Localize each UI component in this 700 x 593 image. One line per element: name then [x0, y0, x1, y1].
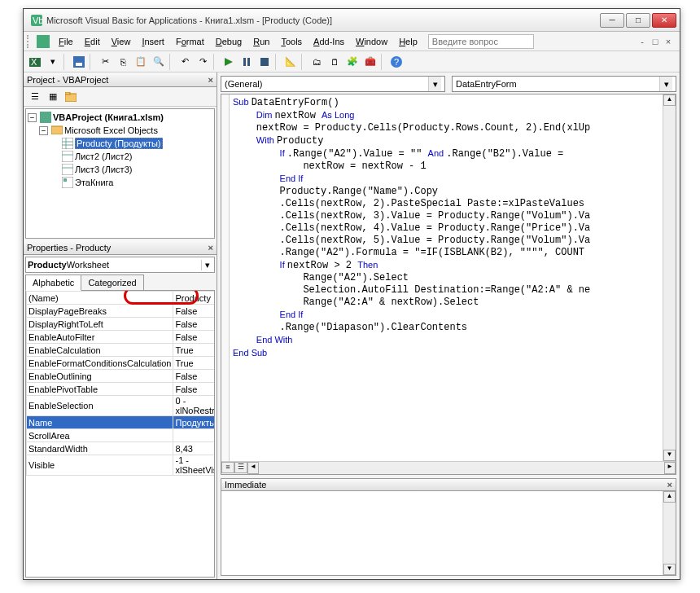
maximize-button[interactable]: □	[626, 13, 650, 28]
properties-grid[interactable]: (Name)ProductyDisplayPageBreaksFalseDisp…	[25, 290, 215, 578]
paste-icon[interactable]: 📋	[133, 54, 149, 70]
tree-folder[interactable]: − Microsoft Excel Objects	[28, 124, 212, 137]
tab-alphabetic[interactable]: Alphabetic	[25, 275, 81, 291]
horizontal-scrollbar[interactable]: ≡ ☰ ◄ ►	[221, 461, 676, 474]
find-icon[interactable]: 🔍	[151, 54, 167, 70]
object-combo[interactable]: (General) ▾	[221, 76, 445, 92]
svg-rect-9	[260, 58, 269, 66]
mdi-minimize-icon[interactable]: -	[636, 37, 649, 46]
property-row[interactable]: (Name)Producty	[27, 292, 216, 305]
workbook-icon	[62, 177, 73, 188]
copy-icon[interactable]: ⎘	[115, 54, 131, 70]
menu-run[interactable]: Run	[247, 34, 275, 49]
full-module-view-icon[interactable]: ☰	[234, 462, 247, 473]
minimize-button[interactable]: ─	[600, 13, 624, 28]
project-pane-close-icon[interactable]: ×	[208, 75, 213, 85]
project-tree[interactable]: − VBAProject (Книга1.xlsm) − Microsoft E…	[25, 108, 215, 239]
svg-rect-14	[40, 112, 51, 123]
dropdown-icon[interactable]: ▾	[201, 260, 212, 270]
grip-icon[interactable]	[27, 35, 32, 48]
object-browser-icon[interactable]: 🧩	[344, 54, 361, 70]
reset-icon[interactable]	[256, 54, 273, 70]
project-explorer-icon[interactable]: 🗂	[308, 54, 325, 70]
property-row[interactable]: EnableFormatConditionsCalculationTrue	[27, 357, 216, 370]
vertical-scrollbar[interactable]: ▲ ▼	[663, 94, 676, 461]
properties-icon[interactable]: 🗒	[326, 54, 343, 70]
tree-item-thisworkbook[interactable]: ЭтаКнига	[28, 176, 212, 189]
property-row[interactable]: EnableSelection0 - xlNoRestrictions	[27, 396, 216, 416]
tree-item[interactable]: Лист2 (Лист2)	[28, 150, 212, 163]
menu-format[interactable]: Format	[170, 34, 210, 49]
close-button[interactable]: ✕	[652, 13, 676, 28]
tab-categorized[interactable]: Categorized	[81, 275, 143, 291]
app-icon: Vb	[30, 14, 43, 27]
redo-icon[interactable]: ↷	[195, 54, 211, 70]
immediate-input[interactable]	[221, 491, 663, 575]
tree-item[interactable]: Лист3 (Лист3)	[28, 163, 212, 176]
view-code-icon[interactable]: ☰	[27, 89, 43, 105]
menu-debug[interactable]: Debug	[210, 34, 247, 49]
help-icon[interactable]: ?	[388, 54, 405, 70]
properties-object-selector[interactable]: Producty Worksheet ▾	[25, 257, 215, 273]
menu-insert[interactable]: Insert	[136, 34, 170, 49]
scroll-right-icon[interactable]: ►	[664, 462, 676, 474]
dropdown-icon[interactable]: ▾	[45, 54, 61, 70]
scroll-up-icon[interactable]: ▲	[663, 94, 676, 106]
immediate-window[interactable]: Immediate × ▲▼	[221, 478, 676, 576]
titlebar[interactable]: Vb Microsoft Visual Basic for Applicatio…	[24, 9, 680, 32]
menu-help[interactable]: Help	[393, 34, 423, 49]
property-row[interactable]: EnableAutoFilterFalse	[27, 331, 216, 344]
dropdown-icon[interactable]: ▾	[659, 77, 672, 91]
toolbox-icon[interactable]: 🧰	[362, 54, 378, 70]
procedure-view-icon[interactable]: ≡	[221, 462, 234, 473]
toggle-folders-icon[interactable]	[63, 89, 79, 105]
property-row[interactable]: NameПродукты	[27, 416, 216, 429]
vbaproject-icon	[40, 112, 51, 123]
view-excel-icon[interactable]: X	[27, 54, 43, 70]
mdi-close-icon[interactable]: ×	[662, 37, 675, 46]
collapse-icon[interactable]: −	[28, 113, 37, 122]
property-row[interactable]: EnableOutliningFalse	[27, 370, 216, 383]
property-row[interactable]: DisplayRightToLeftFalse	[27, 318, 216, 331]
svg-rect-15	[51, 126, 63, 134]
menu-window[interactable]: Window	[350, 34, 393, 49]
save-icon[interactable]	[71, 54, 87, 70]
menu-tools[interactable]: Tools	[275, 34, 308, 49]
vb-icon	[37, 35, 50, 48]
code-text[interactable]: Sub DataEntryForm() Dim nextRow As Long …	[230, 94, 593, 461]
tree-root[interactable]: − VBAProject (Книга1.xlsm)	[28, 111, 212, 124]
scroll-down-icon[interactable]: ▼	[663, 450, 676, 461]
menu-addins[interactable]: Add-Ins	[308, 34, 350, 49]
menu-file[interactable]: File	[53, 34, 79, 49]
property-row[interactable]: EnablePivotTableFalse	[27, 383, 216, 396]
properties-pane-close-icon[interactable]: ×	[208, 243, 213, 253]
design-mode-icon[interactable]: 📐	[282, 54, 299, 70]
menubar: File Edit View Insert Format Debug Run T…	[24, 32, 680, 51]
menu-view[interactable]: View	[106, 34, 137, 49]
immediate-close-icon[interactable]: ×	[667, 480, 672, 490]
property-row[interactable]: EnableCalculationTrue	[27, 344, 216, 357]
svg-rect-5	[76, 63, 82, 66]
svg-rect-20	[62, 151, 73, 162]
property-row[interactable]: Visible-1 - xlSheetVisible	[27, 455, 216, 476]
view-object-icon[interactable]: ▦	[45, 89, 61, 105]
vertical-scrollbar[interactable]: ▲▼	[663, 491, 676, 575]
scroll-left-icon[interactable]: ◄	[247, 462, 259, 474]
run-icon[interactable]	[221, 54, 237, 70]
mdi-restore-icon[interactable]: □	[649, 37, 662, 46]
undo-icon[interactable]: ↶	[177, 54, 193, 70]
procedure-combo[interactable]: DataEntryForm ▾	[452, 76, 676, 92]
tree-item-producty[interactable]: Producty (Продукты)	[28, 137, 212, 150]
project-pane-label: Project - VBAProject	[27, 75, 108, 85]
dropdown-icon[interactable]: ▾	[428, 77, 441, 91]
code-editor[interactable]: Sub DataEntryForm() Dim nextRow As Long …	[221, 94, 676, 475]
property-row[interactable]: DisplayPageBreaksFalse	[27, 305, 216, 318]
property-row[interactable]: ScrollArea	[27, 429, 216, 442]
cut-icon[interactable]: ✂	[97, 54, 113, 70]
collapse-icon[interactable]: −	[39, 126, 48, 135]
break-icon[interactable]	[238, 54, 255, 70]
property-row[interactable]: StandardWidth8,43	[27, 442, 216, 455]
svg-text:X: X	[31, 57, 37, 67]
menu-edit[interactable]: Edit	[79, 34, 106, 49]
ask-question-input[interactable]	[428, 34, 534, 49]
